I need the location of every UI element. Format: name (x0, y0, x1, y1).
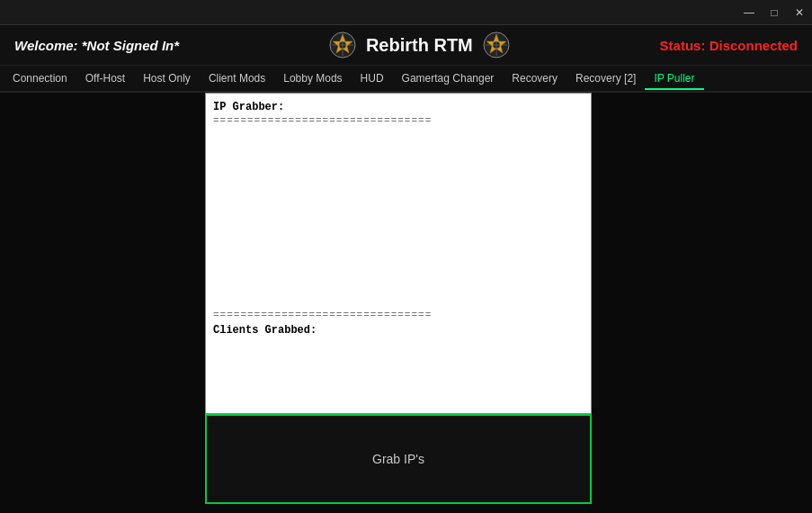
clients-grabbed-label: Clients Grabbed: (213, 324, 584, 337)
grab-ips-button[interactable]: Grab IP's (205, 414, 592, 504)
emblem-right-icon (482, 31, 511, 59)
center-panel: IP Grabber: ============================… (205, 93, 592, 504)
tab-hud[interactable]: HUD (352, 68, 393, 90)
title-bar-controls: — □ ✕ (736, 0, 812, 24)
status-value: Disconnected (709, 38, 798, 53)
grab-ips-label: Grab IP's (372, 452, 424, 466)
main-content: IP Grabber: ============================… (0, 93, 812, 504)
status-label: Status: (660, 38, 709, 53)
welcome-text: Welcome: *Not Signed In* (14, 38, 179, 53)
header-center: Rebirth RTM (328, 31, 511, 59)
left-panel (0, 93, 205, 504)
tab-connection[interactable]: Connection (4, 68, 76, 90)
tab-recovery[interactable]: Recovery (503, 68, 567, 90)
tab-ip-puller[interactable]: IP Puller (645, 68, 703, 90)
nav-bar: Connection Off-Host Host Only Client Mod… (0, 66, 812, 93)
maximize-button[interactable]: □ (762, 0, 787, 25)
app-title: Rebirth RTM (366, 35, 473, 56)
tab-gamertag-changer[interactable]: Gamertag Changer (393, 68, 504, 90)
emblem-left-icon (328, 31, 357, 59)
header: Welcome: *Not Signed In* Rebirth RTM (0, 25, 812, 66)
close-button[interactable]: ✕ (787, 0, 812, 25)
right-panel (592, 93, 812, 504)
welcome-prefix: Welcome: (14, 38, 82, 53)
tab-recovery-2[interactable]: Recovery [2] (567, 68, 645, 90)
status-area: Status: Disconnected (660, 38, 798, 53)
title-bar: — □ ✕ (0, 0, 812, 25)
tab-off-host[interactable]: Off-Host (76, 68, 134, 90)
ip-grabber-label: IP Grabber: (213, 101, 584, 113)
ip-grabber-box: IP Grabber: ============================… (205, 93, 592, 414)
ip-grabber-divider-bottom: ================================ (213, 310, 584, 320)
minimize-button[interactable]: — (736, 0, 762, 25)
tab-client-mods[interactable]: Client Mods (200, 68, 274, 90)
tab-lobby-mods[interactable]: Lobby Mods (274, 68, 351, 90)
ip-grabber-divider-top: ================================ (213, 115, 584, 126)
welcome-user: *Not Signed In* (82, 38, 179, 53)
tab-host-only[interactable]: Host Only (134, 68, 200, 90)
